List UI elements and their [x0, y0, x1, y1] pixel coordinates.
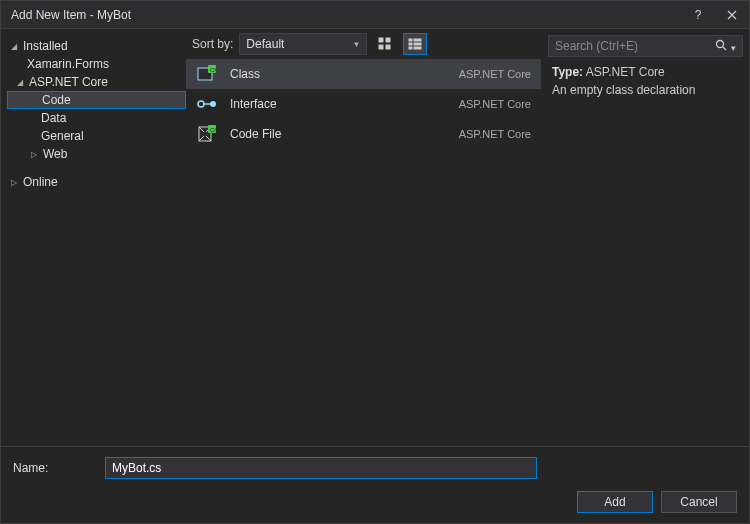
template-code-file[interactable]: C♯ Code File ASP.NET Core	[186, 119, 541, 149]
view-details-button[interactable]	[403, 33, 427, 55]
search-box[interactable]: Search (Ctrl+E) ▾	[548, 35, 743, 57]
svg-point-19	[716, 40, 723, 47]
sort-by-select[interactable]: Default ▼	[239, 33, 367, 55]
help-button[interactable]: ?	[681, 1, 715, 29]
tree-online[interactable]: Online	[7, 173, 186, 191]
chevron-right-icon	[11, 178, 21, 187]
svg-text:C♯: C♯	[210, 67, 217, 73]
name-label: Name:	[13, 461, 97, 475]
tree-xamarin-forms[interactable]: Xamarin.Forms	[7, 55, 186, 73]
view-medium-icons-button[interactable]	[373, 33, 397, 55]
sort-by-label: Sort by:	[192, 37, 233, 51]
svg-rect-7	[414, 43, 421, 45]
search-icon: ▾	[715, 39, 736, 54]
svg-rect-2	[379, 45, 383, 49]
name-input[interactable]	[105, 457, 537, 479]
details-panel: Search (Ctrl+E) ▾ Type: ASP.NET Core An …	[541, 29, 749, 446]
svg-point-15	[210, 101, 216, 107]
chevron-down-icon: ▼	[352, 40, 360, 49]
svg-rect-5	[414, 39, 421, 41]
window-title: Add New Item - MyBot	[11, 8, 681, 22]
tree-code[interactable]: Code	[7, 91, 186, 109]
class-icon: C♯	[196, 64, 218, 84]
tree-web[interactable]: Web	[7, 145, 186, 163]
chevron-down-icon	[11, 42, 21, 51]
dialog-footer: Name: Add Cancel	[1, 446, 749, 523]
add-button[interactable]: Add	[577, 491, 653, 513]
tree-installed[interactable]: Installed	[7, 37, 186, 55]
chevron-down-icon	[17, 78, 27, 87]
close-button[interactable]	[715, 1, 749, 29]
svg-rect-8	[409, 47, 412, 49]
svg-rect-3	[386, 45, 390, 49]
template-class[interactable]: C♯ Class ASP.NET Core	[186, 59, 541, 89]
svg-rect-1	[386, 38, 390, 42]
svg-rect-6	[409, 43, 412, 45]
chevron-right-icon	[31, 150, 41, 159]
title-bar: Add New Item - MyBot ?	[1, 1, 749, 29]
cancel-button[interactable]: Cancel	[661, 491, 737, 513]
category-tree: Installed Xamarin.Forms ASP.NET Core Cod…	[1, 29, 186, 446]
svg-rect-0	[379, 38, 383, 42]
tree-data[interactable]: Data	[7, 109, 186, 127]
search-placeholder: Search (Ctrl+E)	[555, 39, 638, 53]
template-description: An empty class declaration	[552, 83, 739, 97]
svg-rect-9	[414, 47, 421, 49]
svg-line-20	[723, 47, 726, 50]
code-file-icon: C♯	[196, 124, 218, 144]
tree-aspnet-core[interactable]: ASP.NET Core	[7, 73, 186, 91]
dialog-window: Add New Item - MyBot ? Installed Xamarin…	[0, 0, 750, 524]
svg-rect-4	[409, 39, 412, 41]
svg-point-13	[198, 101, 204, 107]
tree-general[interactable]: General	[7, 127, 186, 145]
svg-text:C♯: C♯	[210, 127, 217, 133]
interface-icon	[196, 94, 218, 114]
template-list: C♯ Class ASP.NET Core Interface ASP.NET …	[186, 59, 541, 446]
template-toolbar: Sort by: Default ▼	[186, 29, 541, 59]
type-line: Type: ASP.NET Core	[552, 65, 739, 79]
template-interface[interactable]: Interface ASP.NET Core	[186, 89, 541, 119]
